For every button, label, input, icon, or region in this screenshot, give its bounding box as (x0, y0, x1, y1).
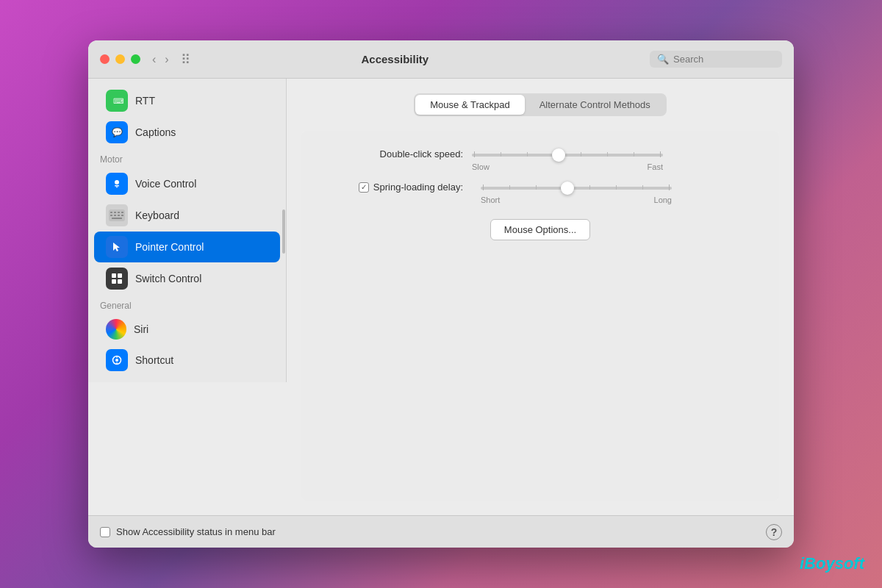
help-button[interactable]: ? (766, 524, 782, 540)
tabs-container: Mouse & Trackpad Alternate Control Metho… (301, 93, 779, 116)
pointer-control-label: Pointer Control (135, 241, 204, 253)
keyboard-icon (106, 204, 128, 226)
status-bar-checkbox-row: Show Accessibility status in menu bar (100, 526, 276, 537)
siri-label: Siri (134, 323, 148, 335)
svg-point-5 (115, 180, 119, 184)
svg-rect-11 (118, 212, 120, 213)
sidebar-item-shortcut[interactable]: Shortcut (94, 345, 280, 376)
sidebar-wrapper: ⌨ RTT 💬 Captions Motor Voice Cont (88, 79, 287, 515)
rtt-icon: ⌨ (106, 90, 128, 112)
sidebar-item-siri[interactable]: Siri (94, 315, 280, 344)
siri-icon (106, 319, 126, 340)
window-title: Accessibility (199, 53, 591, 65)
status-bar-label: Show Accessibility status in menu bar (116, 526, 276, 537)
shortcut-icon (106, 349, 128, 371)
double-click-label: Double-click speed: (323, 148, 463, 159)
spring-loading-label-area: ✓ Spring-loading delay: (323, 182, 463, 193)
rtt-label: RTT (135, 95, 155, 107)
window-controls (100, 54, 140, 64)
pointer-control-icon (106, 236, 128, 258)
svg-rect-24 (118, 279, 122, 284)
tab-alternate-control[interactable]: Alternate Control Methods (525, 95, 665, 115)
captions-icon: 💬 (106, 121, 128, 143)
svg-point-27 (115, 359, 118, 362)
search-input[interactable] (673, 54, 775, 65)
svg-rect-10 (114, 212, 116, 213)
sidebar: ⌨ RTT 💬 Captions Motor Voice Cont (88, 79, 287, 382)
spring-loading-thumb[interactable] (561, 182, 574, 195)
spring-loading-label: Spring-loading delay: (373, 182, 463, 193)
captions-label: Captions (135, 126, 176, 138)
svg-rect-7 (116, 187, 118, 188)
back-button[interactable]: ‹ (149, 51, 159, 68)
spring-loading-slider[interactable] (481, 187, 672, 190)
motor-section-label: Motor (88, 148, 286, 168)
fast-label: Fast (648, 162, 663, 171)
double-click-row: Double-click speed: (323, 148, 757, 159)
search-bar[interactable]: 🔍 (650, 51, 782, 68)
nav-arrows: ‹ › (149, 51, 172, 68)
spring-loading-checkbox[interactable]: ✓ (359, 182, 369, 193)
titlebar: ‹ › ⠿ Accessibility 🔍 (88, 40, 794, 79)
spring-loading-scale: Short Long (323, 196, 757, 204)
voice-control-label: Voice Control (135, 178, 196, 190)
svg-text:💬: 💬 (112, 126, 123, 137)
forward-button[interactable]: › (162, 51, 171, 68)
svg-rect-21 (112, 273, 116, 278)
scrollbar-indicator (282, 209, 285, 254)
spring-loading-row: ✓ Spring-loading delay: (323, 182, 757, 193)
close-button[interactable] (100, 54, 110, 64)
sidebar-item-rtt[interactable]: ⌨ RTT (94, 85, 280, 116)
sidebar-item-switch-control[interactable]: Switch Control (94, 263, 280, 294)
svg-rect-23 (112, 279, 116, 284)
status-bar-checkbox[interactable] (100, 527, 110, 537)
grid-icon: ⠿ (181, 51, 190, 68)
svg-rect-17 (112, 218, 122, 219)
svg-rect-6 (115, 185, 119, 187)
main-panel: Mouse & Trackpad Alternate Control Metho… (287, 79, 794, 515)
search-icon: 🔍 (657, 54, 669, 65)
double-click-slider[interactable] (472, 154, 663, 157)
voice-control-icon (106, 173, 128, 195)
minimize-button[interactable] (115, 54, 125, 64)
double-click-thumb[interactable] (552, 148, 565, 162)
general-section-label: General (88, 295, 286, 314)
svg-rect-15 (118, 215, 120, 216)
sidebar-item-captions[interactable]: 💬 Captions (94, 117, 280, 148)
spring-loading-section: ✓ Spring-loading delay: (323, 182, 757, 204)
svg-rect-12 (121, 212, 123, 213)
shortcut-label: Shortcut (135, 354, 173, 366)
main-window: ‹ › ⠿ Accessibility 🔍 ⌨ RTT (88, 40, 794, 548)
tab-group: Mouse & Trackpad Alternate Control Metho… (414, 93, 666, 116)
tab-mouse-trackpad[interactable]: Mouse & Trackpad (415, 95, 524, 115)
double-click-section: Double-click speed: (323, 148, 757, 171)
panel-content: Double-click speed: (301, 131, 779, 501)
maximize-button[interactable] (131, 54, 140, 64)
svg-rect-13 (110, 215, 112, 216)
svg-text:⌨: ⌨ (113, 97, 123, 105)
switch-control-label: Switch Control (135, 273, 201, 284)
svg-rect-22 (118, 273, 122, 278)
double-click-scale: Slow Fast (323, 162, 757, 171)
sidebar-item-voice-control[interactable]: Voice Control (94, 168, 280, 199)
slow-label: Slow (472, 162, 490, 171)
sidebar-item-pointer-control[interactable]: Pointer Control (94, 232, 280, 262)
keyboard-label: Keyboard (135, 209, 179, 221)
svg-rect-16 (121, 215, 123, 216)
panel-bottom: Mouse Options... (323, 219, 757, 240)
sidebar-item-keyboard[interactable]: Keyboard (94, 200, 280, 231)
iboysoft-watermark: iBoysoft (800, 554, 864, 573)
content-area: ⌨ RTT 💬 Captions Motor Voice Cont (88, 79, 794, 515)
long-label: Long (654, 196, 672, 204)
bottom-bar: Show Accessibility status in menu bar ? (88, 515, 794, 548)
svg-rect-9 (110, 212, 112, 213)
svg-rect-14 (114, 215, 116, 216)
short-label: Short (481, 196, 500, 204)
mouse-options-button[interactable]: Mouse Options... (490, 219, 590, 240)
switch-control-icon (106, 268, 128, 290)
